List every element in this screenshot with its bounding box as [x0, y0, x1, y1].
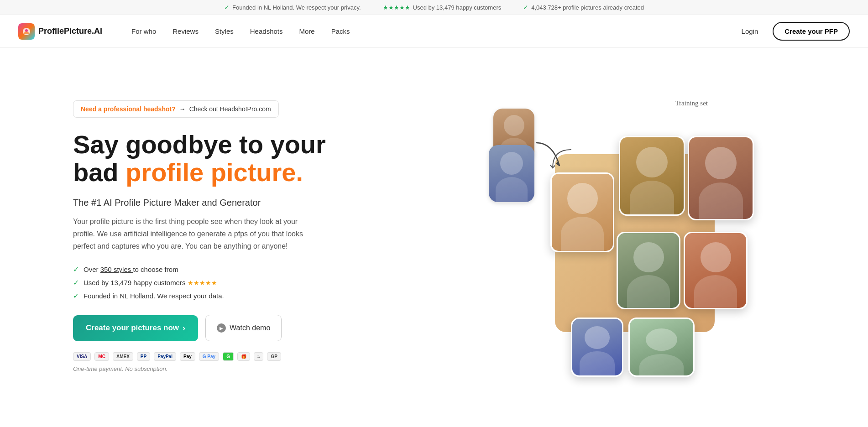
payment-paypal: PayPal	[154, 352, 176, 361]
hero-subtitle: The #1 AI Profile Picture Maker and Gene…	[73, 198, 347, 208]
payment-g: G	[223, 352, 234, 361]
check-icon-customers: ✓	[73, 278, 79, 287]
nav-links: For who Reviews Styles Headshots More Pa…	[124, 24, 734, 39]
banner-stars: ★★★★★	[383, 4, 410, 11]
play-icon: ▶	[217, 323, 226, 333]
flow-arrow	[534, 141, 566, 172]
payment-gpay: G Pay	[199, 352, 219, 361]
watch-demo-button[interactable]: ▶ Watch demo	[205, 315, 282, 341]
nav-styles[interactable]: Styles	[208, 24, 241, 39]
customer-stars: ★★★★★	[188, 279, 217, 286]
headshot-banner-arrow: →	[179, 105, 186, 113]
payment-icons: VISA MC AMEX PP PayPal Pay G Pay G 🎁 ≈ G…	[73, 352, 347, 361]
hero-description: Your profile picture is the first thing …	[73, 215, 310, 253]
top-banner: ✓ Founded in NL Holland. We respect your…	[0, 0, 868, 15]
create-btn-arrow: ›	[183, 323, 185, 333]
payment-visa: VISA	[73, 352, 91, 361]
create-pictures-button[interactable]: Create your pictures now ›	[73, 315, 198, 341]
logo-icon	[18, 23, 35, 40]
payment-pp: PP	[137, 352, 150, 361]
payment-apple-pay: Pay	[180, 352, 195, 361]
nav-reviews[interactable]: Reviews	[165, 24, 206, 39]
images-collage: Training set	[480, 95, 717, 378]
nav-for-who[interactable]: For who	[124, 24, 163, 39]
payment-mastercard: MC	[94, 352, 109, 361]
logo-text: ProfilePicture.AI	[38, 26, 102, 36]
feature-item-styles: ✓ Over 350 styles to choose from	[73, 265, 347, 274]
headshot-banner-label: Need a professional headshot?	[81, 105, 176, 113]
check-icon-2: ✓	[523, 4, 528, 11]
banner-item-founded: ✓ Founded in NL Holland. We respect your…	[224, 4, 361, 11]
hero-title-line1: Say goodbye to your	[73, 130, 326, 159]
check-icon: ✓	[224, 4, 230, 11]
headshot-banner-link[interactable]: Check out HeadshotPro.com	[189, 105, 271, 113]
check-icon-founded: ✓	[73, 292, 79, 300]
cta-row: Create your pictures now › ▶ Watch demo	[73, 315, 347, 341]
hero-title-accent: profile picture.	[125, 158, 303, 187]
main-container: Need a professional headshot? → Check ou…	[0, 48, 868, 425]
training-photo-2	[489, 145, 534, 202]
payment-gift: 🎁	[237, 352, 250, 361]
banner-item-customers: ★★★★★ Used by 13,479 happy customers	[383, 4, 502, 11]
nav-more[interactable]: More	[292, 24, 322, 39]
feature-item-customers: ✓ Used by 13,479 happy customers ★★★★★	[73, 278, 347, 287]
feature-list: ✓ Over 350 styles to choose from ✓ Used …	[73, 265, 347, 300]
output-photo-mid1	[617, 232, 680, 309]
logo[interactable]: ProfilePicture.AI	[18, 23, 102, 40]
banner-pictures-text: 4,043,728+ profile pictures already crea…	[531, 4, 644, 11]
one-time-text: One-time payment. No subscription.	[73, 365, 347, 372]
hero-title: Say goodbye to your bad profile picture.	[73, 130, 347, 187]
payment-wave: ≈	[254, 352, 264, 361]
data-respect-link[interactable]: We respect your data.	[157, 292, 224, 300]
banner-item-pictures: ✓ 4,043,728+ profile pictures already cr…	[523, 4, 644, 11]
output-photo-main	[550, 172, 614, 252]
hero-title-bold: bad	[73, 158, 119, 187]
payment-gp: GP	[267, 352, 281, 361]
output-photo-mid2	[684, 232, 748, 309]
output-photo-tr2	[688, 136, 754, 220]
output-photo-bot2	[628, 318, 695, 377]
output-photo-tr1	[619, 136, 685, 216]
create-pfp-button[interactable]: Create your PFP	[773, 22, 850, 41]
right-content: Training set	[365, 95, 831, 378]
headshot-banner[interactable]: Need a professional headshot? → Check ou…	[73, 100, 279, 118]
check-icon-styles: ✓	[73, 265, 79, 274]
feature-item-founded: ✓ Founded in NL Holland. We respect your…	[73, 292, 347, 300]
output-photo-bot1	[571, 318, 623, 377]
left-content: Need a professional headshot? → Check ou…	[73, 100, 347, 373]
payment-amex: AMEX	[113, 352, 133, 361]
styles-link[interactable]: 350 styles	[100, 266, 133, 273]
banner-founded-text: Founded in NL Holland. We respect your p…	[232, 4, 361, 11]
nav-headshots[interactable]: Headshots	[243, 24, 290, 39]
create-btn-label: Create your pictures now	[86, 323, 179, 333]
nav-packs[interactable]: Packs	[324, 24, 357, 39]
login-button[interactable]: Login	[734, 24, 766, 39]
watch-demo-label: Watch demo	[230, 324, 270, 332]
navbar: ProfilePicture.AI For who Reviews Styles…	[0, 15, 868, 48]
banner-customers-text: Used by 13,479 happy customers	[413, 4, 502, 11]
training-annotation: Training set	[675, 99, 708, 107]
nav-actions: Login Create your PFP	[734, 22, 850, 41]
